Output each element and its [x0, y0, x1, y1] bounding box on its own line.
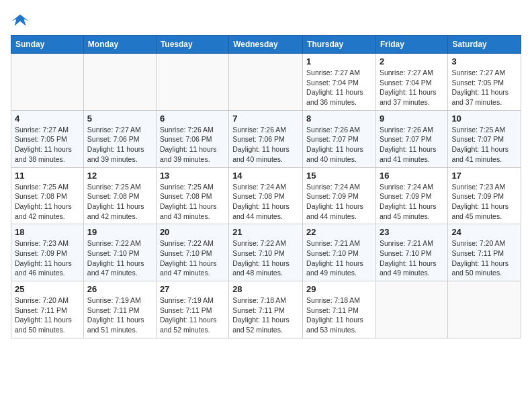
day-number: 11 [15, 171, 80, 181]
header-tuesday: Tuesday [156, 36, 228, 54]
calendar-cell: 15Sunrise: 7:24 AM Sunset: 7:09 PM Dayli… [303, 167, 376, 224]
calendar-cell: 12Sunrise: 7:25 AM Sunset: 7:08 PM Dayli… [83, 167, 156, 224]
day-number: 7 [232, 113, 299, 124]
day-number: 25 [15, 284, 80, 294]
day-info: Sunrise: 7:26 AM Sunset: 7:06 PM Dayligh… [232, 125, 299, 165]
day-info: Sunrise: 7:25 AM Sunset: 7:08 PM Dayligh… [87, 182, 152, 222]
day-info: Sunrise: 7:27 AM Sunset: 7:05 PM Dayligh… [451, 68, 517, 107]
day-info: Sunrise: 7:18 AM Sunset: 7:11 PM Dayligh… [232, 295, 299, 335]
calendar-cell: 14Sunrise: 7:24 AM Sunset: 7:08 PM Dayli… [229, 167, 303, 224]
day-info: Sunrise: 7:27 AM Sunset: 7:04 PM Dayligh… [306, 68, 372, 107]
header-saturday: Saturday [448, 36, 521, 54]
day-number: 19 [87, 227, 152, 237]
day-info: Sunrise: 7:23 AM Sunset: 7:09 PM Dayligh… [15, 238, 80, 278]
calendar-table: SundayMondayTuesdayWednesdayThursdayFrid… [11, 35, 521, 338]
calendar-cell: 22Sunrise: 7:21 AM Sunset: 7:10 PM Dayli… [303, 224, 376, 281]
day-info: Sunrise: 7:22 AM Sunset: 7:10 PM Dayligh… [160, 238, 225, 278]
day-info: Sunrise: 7:22 AM Sunset: 7:10 PM Dayligh… [232, 238, 299, 278]
day-number: 2 [380, 56, 444, 66]
day-info: Sunrise: 7:25 AM Sunset: 7:07 PM Dayligh… [451, 125, 517, 165]
svg-marker-0 [11, 15, 28, 26]
day-number: 3 [451, 56, 517, 66]
calendar-cell: 8Sunrise: 7:26 AM Sunset: 7:07 PM Daylig… [303, 110, 376, 167]
day-number: 6 [160, 113, 225, 124]
calendar-cell: 18Sunrise: 7:23 AM Sunset: 7:09 PM Dayli… [11, 224, 84, 281]
day-info: Sunrise: 7:19 AM Sunset: 7:11 PM Dayligh… [87, 295, 152, 335]
day-info: Sunrise: 7:25 AM Sunset: 7:08 PM Dayligh… [15, 182, 80, 222]
day-number: 27 [160, 284, 225, 294]
calendar-cell [375, 281, 447, 338]
day-number: 14 [232, 171, 299, 181]
logo [11, 11, 32, 30]
day-number: 1 [306, 56, 372, 66]
calendar-cell [156, 54, 228, 111]
calendar-cell: 13Sunrise: 7:25 AM Sunset: 7:08 PM Dayli… [156, 167, 228, 224]
calendar-week-4: 18Sunrise: 7:23 AM Sunset: 7:09 PM Dayli… [11, 224, 521, 281]
calendar-cell: 28Sunrise: 7:18 AM Sunset: 7:11 PM Dayli… [229, 281, 303, 338]
day-number: 12 [87, 171, 152, 181]
header-thursday: Thursday [303, 36, 376, 54]
header-sunday: Sunday [11, 36, 84, 54]
day-number: 5 [87, 113, 152, 124]
day-info: Sunrise: 7:26 AM Sunset: 7:07 PM Dayligh… [380, 125, 444, 165]
day-number: 24 [451, 227, 517, 237]
day-info: Sunrise: 7:24 AM Sunset: 7:09 PM Dayligh… [380, 182, 444, 222]
day-number: 4 [15, 113, 80, 124]
calendar-cell: 16Sunrise: 7:24 AM Sunset: 7:09 PM Dayli… [375, 167, 447, 224]
day-number: 18 [15, 227, 80, 237]
calendar-cell: 19Sunrise: 7:22 AM Sunset: 7:10 PM Dayli… [83, 224, 156, 281]
calendar-cell: 26Sunrise: 7:19 AM Sunset: 7:11 PM Dayli… [83, 281, 156, 338]
header-monday: Monday [83, 36, 156, 54]
calendar-cell: 21Sunrise: 7:22 AM Sunset: 7:10 PM Dayli… [229, 224, 303, 281]
day-info: Sunrise: 7:20 AM Sunset: 7:11 PM Dayligh… [15, 295, 80, 335]
day-info: Sunrise: 7:19 AM Sunset: 7:11 PM Dayligh… [160, 295, 225, 335]
calendar-cell [448, 281, 521, 338]
day-info: Sunrise: 7:27 AM Sunset: 7:04 PM Dayligh… [380, 68, 444, 107]
day-info: Sunrise: 7:20 AM Sunset: 7:11 PM Dayligh… [451, 238, 517, 278]
calendar-week-2: 4Sunrise: 7:27 AM Sunset: 7:05 PM Daylig… [11, 110, 521, 167]
day-info: Sunrise: 7:25 AM Sunset: 7:08 PM Dayligh… [160, 182, 225, 222]
calendar-header-row: SundayMondayTuesdayWednesdayThursdayFrid… [11, 36, 521, 54]
calendar-week-3: 11Sunrise: 7:25 AM Sunset: 7:08 PM Dayli… [11, 167, 521, 224]
day-number: 20 [160, 227, 225, 237]
calendar-cell: 11Sunrise: 7:25 AM Sunset: 7:08 PM Dayli… [11, 167, 84, 224]
day-number: 8 [306, 113, 372, 124]
day-info: Sunrise: 7:21 AM Sunset: 7:10 PM Dayligh… [306, 238, 372, 278]
day-info: Sunrise: 7:22 AM Sunset: 7:10 PM Dayligh… [87, 238, 152, 278]
calendar-cell [11, 54, 84, 111]
day-number: 17 [451, 171, 517, 181]
day-number: 29 [306, 284, 372, 294]
calendar-cell: 20Sunrise: 7:22 AM Sunset: 7:10 PM Dayli… [156, 224, 228, 281]
day-number: 22 [306, 227, 372, 237]
calendar-week-1: 1Sunrise: 7:27 AM Sunset: 7:04 PM Daylig… [11, 54, 521, 111]
day-number: 23 [380, 227, 444, 237]
logo-bird-icon [11, 11, 30, 30]
day-number: 21 [232, 227, 299, 237]
day-info: Sunrise: 7:26 AM Sunset: 7:07 PM Dayligh… [306, 125, 372, 165]
day-number: 16 [380, 171, 444, 181]
day-number: 9 [380, 113, 444, 124]
day-info: Sunrise: 7:27 AM Sunset: 7:05 PM Dayligh… [15, 125, 80, 165]
calendar-cell: 1Sunrise: 7:27 AM Sunset: 7:04 PM Daylig… [303, 54, 376, 111]
calendar-week-5: 25Sunrise: 7:20 AM Sunset: 7:11 PM Dayli… [11, 281, 521, 338]
day-info: Sunrise: 7:24 AM Sunset: 7:09 PM Dayligh… [306, 182, 372, 222]
calendar-cell: 29Sunrise: 7:18 AM Sunset: 7:11 PM Dayli… [303, 281, 376, 338]
day-info: Sunrise: 7:23 AM Sunset: 7:09 PM Dayligh… [451, 182, 517, 222]
day-info: Sunrise: 7:24 AM Sunset: 7:08 PM Dayligh… [232, 182, 299, 222]
calendar-cell: 27Sunrise: 7:19 AM Sunset: 7:11 PM Dayli… [156, 281, 228, 338]
calendar-cell: 5Sunrise: 7:27 AM Sunset: 7:06 PM Daylig… [83, 110, 156, 167]
page-header [11, 11, 521, 30]
calendar-cell: 25Sunrise: 7:20 AM Sunset: 7:11 PM Dayli… [11, 281, 84, 338]
calendar-cell [83, 54, 156, 111]
calendar-cell: 3Sunrise: 7:27 AM Sunset: 7:05 PM Daylig… [448, 54, 521, 111]
calendar-cell: 7Sunrise: 7:26 AM Sunset: 7:06 PM Daylig… [229, 110, 303, 167]
calendar-cell: 9Sunrise: 7:26 AM Sunset: 7:07 PM Daylig… [375, 110, 447, 167]
day-number: 15 [306, 171, 372, 181]
day-info: Sunrise: 7:26 AM Sunset: 7:06 PM Dayligh… [160, 125, 225, 165]
day-number: 26 [87, 284, 152, 294]
day-info: Sunrise: 7:27 AM Sunset: 7:06 PM Dayligh… [87, 125, 152, 165]
day-number: 13 [160, 171, 225, 181]
calendar-cell: 2Sunrise: 7:27 AM Sunset: 7:04 PM Daylig… [375, 54, 447, 111]
calendar-cell: 23Sunrise: 7:21 AM Sunset: 7:10 PM Dayli… [375, 224, 447, 281]
calendar-cell: 10Sunrise: 7:25 AM Sunset: 7:07 PM Dayli… [448, 110, 521, 167]
